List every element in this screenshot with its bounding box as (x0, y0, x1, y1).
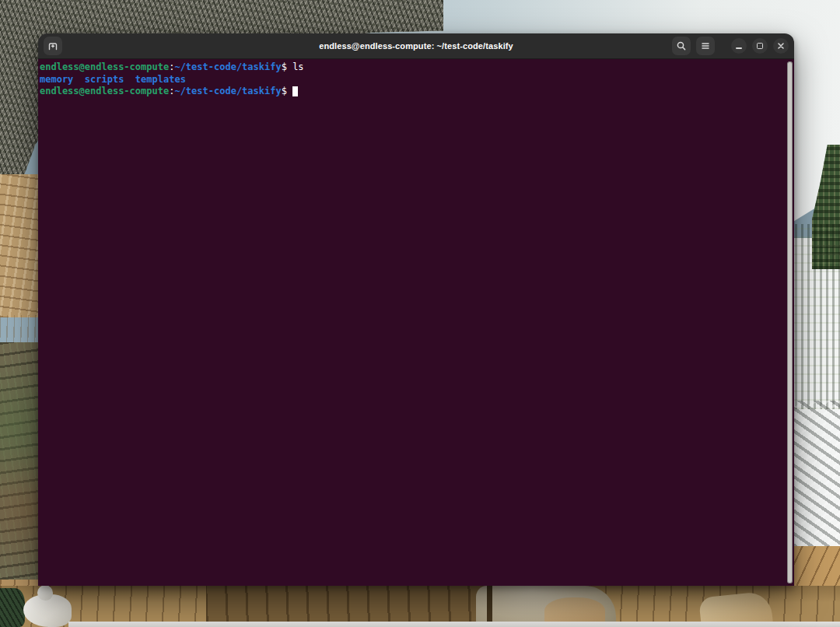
new-tab-icon (47, 40, 59, 52)
terminal-text-segment: $ (282, 86, 292, 96)
maximize-button[interactable] (752, 38, 768, 54)
terminal-screen[interactable]: endless@endless-compute:~/test-code/task… (38, 59, 794, 586)
terminal-text-segment: endless@endless-compute (40, 86, 169, 96)
terminal-window: endless@endless-compute: ~/test-code/tas… (38, 33, 794, 586)
terminal-text-segment: ~/test-code/taskify (174, 61, 281, 72)
scrollbar[interactable] (787, 61, 793, 583)
terminal-text-segment: $ (282, 61, 292, 72)
wallpaper-rocks (789, 401, 840, 555)
terminal-text-segment: memory (40, 74, 73, 85)
menu-button[interactable] (696, 37, 715, 55)
wallpaper-forest (789, 224, 840, 409)
minimize-icon (736, 47, 742, 49)
menu-icon (699, 40, 712, 52)
terminal-text-segment: ~/test-code/taskify (174, 86, 281, 96)
maximize-icon (757, 43, 763, 49)
minimize-button[interactable] (731, 38, 747, 54)
desktop[interactable]: endless@endless-compute: ~/test-code/tas… (0, 0, 840, 627)
terminal-text-segment: templates (135, 74, 186, 85)
terminal-line: memory scripts templates (40, 74, 783, 86)
titlebar[interactable]: endless@endless-compute: ~/test-code/tas… (38, 33, 794, 59)
terminal-line: endless@endless-compute:~/test-code/task… (40, 61, 783, 74)
terminal-text-segment: endless@endless-compute (40, 61, 169, 72)
wallpaper-bird-head (37, 585, 53, 601)
search-button[interactable] (672, 37, 691, 55)
terminal-text-segment (124, 74, 135, 85)
terminal-line: endless@endless-compute:~/test-code/task… (40, 86, 783, 98)
search-icon (675, 40, 688, 52)
close-icon (776, 41, 786, 51)
close-button[interactable] (773, 38, 789, 54)
terminal-text-segment: scripts (85, 74, 124, 85)
terminal-lines: endless@endless-compute:~/test-code/task… (40, 61, 783, 98)
terminal-cursor (292, 86, 298, 96)
wallpaper-bottom-bar (68, 622, 840, 627)
wallpaper-plant (0, 588, 25, 627)
terminal-text-segment (73, 74, 84, 85)
new-tab-button[interactable] (44, 37, 62, 55)
terminal-text-segment: ls (292, 61, 303, 72)
